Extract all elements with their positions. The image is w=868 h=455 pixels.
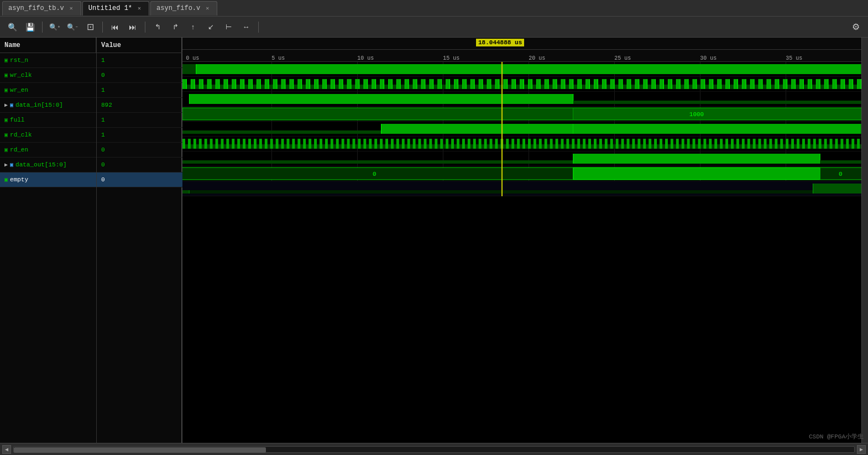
signal-name-data-out: ▶ ▣ data_out[15:0] — [0, 158, 96, 172]
svg-rect-26 — [573, 124, 861, 134]
value-cell-wr-clk: 0 — [97, 68, 182, 82]
scroll-thumb-horizontal[interactable] — [14, 447, 266, 453]
edge-btn-2[interactable]: ↱ — [168, 19, 183, 35]
waveform-svg-rst-n — [182, 62, 868, 76]
edge-btn-6[interactable]: ↔ — [238, 19, 254, 35]
watermark: CSDN @FPGA小学生 — [809, 432, 864, 441]
value-row-empty: 0 — [97, 172, 182, 187]
signal-row-empty[interactable]: ▣ empty — [0, 172, 96, 187]
toolbar-separator-3 — [145, 22, 145, 33]
expand-icon-data-in[interactable]: ▶ — [4, 102, 8, 108]
signal-icon-rst-n: ▣ — [4, 57, 8, 64]
svg-rect-35 — [182, 168, 573, 180]
svg-rect-52 — [813, 184, 865, 193]
signal-name-rd-en: ▣ rd_en — [0, 143, 96, 157]
waveform-rd-clk — [182, 137, 868, 151]
signal-row-wr-en[interactable]: ▣ wr_en — [0, 83, 96, 98]
svg-rect-34 — [820, 160, 861, 164]
value-row-wr-en: 1 — [97, 83, 182, 98]
tab-close-3[interactable]: ✕ — [203, 4, 211, 12]
waveform-full — [182, 122, 868, 137]
signal-icon-data-out: ▣ — [10, 161, 13, 168]
tick-0us: 0 us — [186, 55, 199, 61]
signal-label-wr-en: wr_en — [10, 87, 28, 93]
signal-list: ▣ rst_n ▣ wr_clk ▣ wr_en — [0, 53, 96, 443]
tab-close-1[interactable]: ✕ — [67, 4, 75, 12]
svg-rect-29 — [182, 137, 868, 151]
svg-rect-12 — [182, 108, 573, 120]
edge-btn-3[interactable]: ↑ — [185, 19, 201, 35]
value-cell-rd-en: 0 — [97, 143, 182, 157]
tab-untitled[interactable]: Untitled 1* ✕ — [82, 1, 149, 15]
signal-icon-full: ▣ — [4, 117, 8, 123]
signal-row-rd-clk[interactable]: ▣ rd_clk — [0, 128, 96, 143]
svg-text:1000: 1000 — [689, 111, 704, 118]
value-row-data-out: 0 — [97, 158, 182, 172]
signal-name-full: ▣ full — [0, 113, 96, 127]
signal-label-rd-clk: rd_clk — [10, 132, 32, 138]
waveform-wr-clk — [182, 77, 868, 92]
svg-text:0: 0 — [373, 171, 377, 177]
scroll-left-button[interactable]: ◀ — [2, 445, 11, 454]
tick-10us: 10 us — [357, 55, 374, 61]
search-button[interactable]: 🔍 — [4, 19, 20, 35]
svg-rect-1 — [196, 64, 861, 74]
toolbar-separator-1 — [42, 22, 43, 33]
svg-rect-22 — [182, 130, 381, 134]
svg-rect-30 — [182, 160, 573, 164]
edge-btn-1[interactable]: ↰ — [150, 19, 165, 35]
svg-text:0: 0 — [839, 171, 843, 177]
value-row-rd-clk: 1 — [97, 128, 182, 143]
cursor-line — [501, 62, 503, 196]
name-column-header: Name — [0, 38, 96, 53]
value-row-rst-n: 1 — [97, 53, 182, 68]
value-column-header: Value — [97, 38, 182, 53]
signal-icon-rd-clk: ▣ — [4, 132, 8, 138]
fit-button[interactable]: ⊡ — [82, 19, 98, 35]
tab-bar: asyn_fifo_tb.v ✕ Untitled 1* ✕ asyn_fifo… — [0, 0, 868, 17]
svg-rect-11 — [573, 101, 861, 104]
waveform-data-out: 0 0 — [182, 166, 868, 181]
waveform-wr-en — [182, 92, 868, 107]
signal-name-wr-clk: ▣ wr_clk — [0, 68, 96, 82]
tab-asyn-fifo-tb[interactable]: asyn_fifo_tb.v ✕ — [2, 1, 81, 15]
signal-row-rst-n[interactable]: ▣ rst_n — [0, 53, 96, 68]
signal-row-full[interactable]: ▣ full — [0, 113, 96, 128]
expand-icon-data-out[interactable]: ▶ — [4, 161, 8, 168]
signal-label-wr-clk: wr_clk — [10, 72, 32, 79]
zoom-out-button[interactable]: 🔍− — [65, 19, 80, 35]
signal-name-data-in: ▶ ▣ data_in[15:0] — [0, 98, 96, 112]
nav-prev-button[interactable]: ⏮ — [107, 19, 123, 35]
signal-label-data-out: data_out[15:0] — [15, 161, 66, 168]
signal-row-rd-en[interactable]: ▣ rd_en — [0, 143, 96, 158]
edge-btn-4[interactable]: ↙ — [203, 19, 218, 35]
waveform-rows: 1000 — [182, 62, 868, 196]
signal-row-data-out[interactable]: ▶ ▣ data_out[15:0] — [0, 158, 96, 172]
zoom-in-button[interactable]: 🔍+ — [47, 19, 62, 35]
save-button[interactable]: 💾 — [22, 19, 38, 35]
scroll-track-horizontal[interactable] — [13, 446, 855, 453]
waveform-svg-wr-en — [182, 92, 868, 106]
value-cell-rst-n: 1 — [97, 53, 182, 67]
scroll-right-button[interactable]: ▶ — [857, 445, 866, 454]
tab-close-2[interactable]: ✕ — [135, 4, 143, 12]
waveform-svg-wr-clk — [182, 77, 868, 91]
svg-rect-8 — [189, 94, 573, 104]
left-panel: Name ▣ rst_n ▣ wr_clk — [0, 38, 182, 443]
signal-label-full: full — [10, 117, 24, 123]
value-list: 1 0 1 892 1 1 0 — [97, 53, 182, 187]
tick-20us: 20 us — [529, 55, 545, 61]
settings-button[interactable]: ⚙ — [848, 19, 864, 35]
nav-next-button[interactable]: ⏭ — [125, 19, 140, 35]
waveform-area[interactable]: 18.044888 us 0 us 5 us 10 us 15 us 20 us… — [182, 38, 868, 443]
edge-btn-5[interactable]: ⊢ — [221, 19, 236, 35]
tab-asyn-fifo[interactable]: asyn_fifo.v ✕ — [150, 1, 217, 15]
tab-label: Untitled 1* — [88, 4, 132, 12]
scrollbar-vertical[interactable] — [861, 38, 868, 443]
waveform-empty — [182, 181, 868, 196]
signal-label-data-in: data_in[15:0] — [15, 102, 63, 108]
signal-label-rd-en: rd_en — [10, 147, 28, 153]
waveform-rd-en — [182, 151, 868, 166]
signal-row-data-in[interactable]: ▶ ▣ data_in[15:0] — [0, 98, 96, 113]
signal-row-wr-clk[interactable]: ▣ wr_clk — [0, 68, 96, 83]
